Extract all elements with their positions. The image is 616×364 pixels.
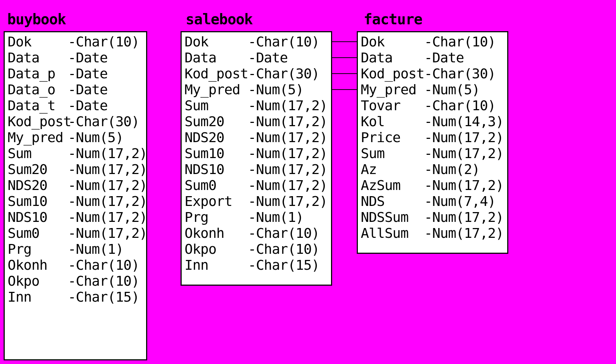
relation-line	[332, 41, 357, 42]
er-diagram: buybook Dok Data Data_p Data_o Data_t Ko…	[0, 0, 616, 364]
table-title-facture: facture	[364, 11, 422, 28]
table-fields-salebook: Dok Data Kod_post My_pred Sum Sum20 NDS2…	[182, 32, 331, 274]
field-types-facture: -Char(10) -Date -Char(30) -Num(5) -Char(…	[424, 34, 504, 241]
table-title-buybook: buybook	[7, 11, 66, 28]
field-names-salebook: Dok Data Kod_post My_pred Sum Sum20 NDS2…	[185, 34, 248, 273]
table-box-salebook: Dok Data Kod_post My_pred Sum Sum20 NDS2…	[181, 31, 332, 286]
table-box-buybook: Dok Data Data_p Data_o Data_t Kod_post M…	[4, 31, 147, 360]
field-types-salebook: -Char(10) -Date -Char(30) -Num(5) -Num(1…	[248, 34, 327, 273]
field-names-facture: Dok Data Kod_post My_pred Tovar Kol Pric…	[361, 34, 424, 241]
table-fields-facture: Dok Data Kod_post My_pred Tovar Kol Pric…	[358, 32, 507, 243]
relation-line	[332, 89, 357, 90]
relation-line	[332, 57, 357, 58]
table-box-facture: Dok Data Kod_post My_pred Tovar Kol Pric…	[357, 31, 508, 254]
field-types-buybook: -Char(10) -Date -Date -Date -Date -Char(…	[68, 34, 143, 305]
relation-line	[332, 73, 357, 74]
table-fields-buybook: Dok Data Data_p Data_o Data_t Kod_post M…	[5, 32, 146, 306]
field-names-buybook: Dok Data Data_p Data_o Data_t Kod_post M…	[8, 34, 68, 305]
table-title-salebook: salebook	[186, 11, 253, 28]
